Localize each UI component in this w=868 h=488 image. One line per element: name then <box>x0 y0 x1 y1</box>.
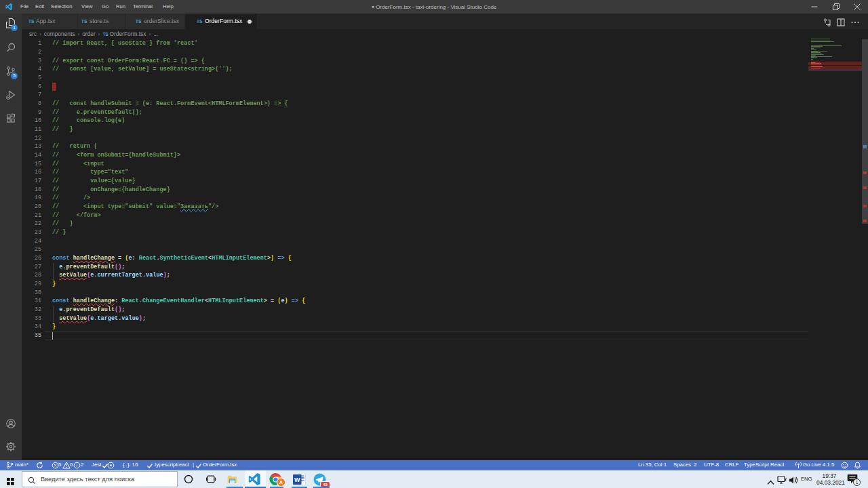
svg-text:W: W <box>294 476 300 483</box>
